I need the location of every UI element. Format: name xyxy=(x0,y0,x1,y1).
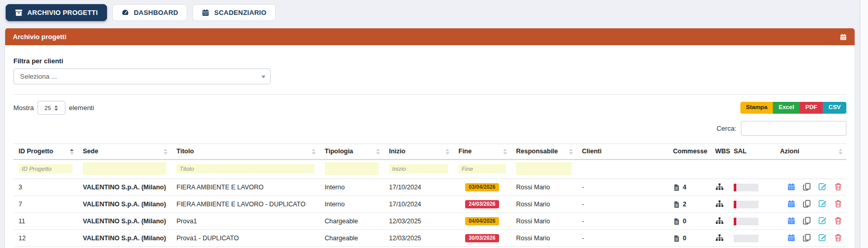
cell-sal xyxy=(729,196,775,213)
filter-input-id[interactable] xyxy=(19,164,73,173)
delete-button[interactable] xyxy=(834,217,842,225)
delete-button[interactable] xyxy=(834,234,842,242)
nav-dashboard-label: DASHBOARD xyxy=(134,9,178,16)
duplicate-button[interactable] xyxy=(803,183,811,191)
sort-icon xyxy=(445,148,450,155)
cell-fine: 03/04/2026 xyxy=(453,179,511,196)
search-control: Cerca: xyxy=(13,121,846,136)
calendar-button[interactable] xyxy=(787,217,795,225)
column-header-wbs: WBS xyxy=(710,144,729,160)
commesse-count: 4 xyxy=(683,184,686,191)
fine-date-badge: 04/04/2026 xyxy=(465,217,499,225)
cell-titolo: FIERA AMBIENTE E LAVORO xyxy=(171,179,320,196)
panel-header: Archivio progetti xyxy=(5,28,855,45)
filter-cell-responsabile xyxy=(511,160,577,179)
column-header-responsabile[interactable]: Responsabile xyxy=(511,144,577,160)
filter-cell-sede xyxy=(78,160,171,179)
table-row: 3VALENTINO S.p.A. (Milano)FIERA AMBIENTE… xyxy=(13,179,846,196)
edit-icon xyxy=(818,182,827,191)
cell-commesse: 0 xyxy=(668,213,710,230)
sal-progress-bar xyxy=(734,184,758,191)
edit-button[interactable] xyxy=(818,233,827,242)
page-length-select[interactable]: 25 xyxy=(38,101,65,115)
cell-sede: VALENTINO S.p.A. (Milano) xyxy=(78,179,171,196)
export-excel-button[interactable]: Excel xyxy=(773,102,800,114)
calendar-button[interactable] xyxy=(787,200,795,208)
nav-archivio-progetti-label: ARCHIVIO PROGETTI xyxy=(27,9,98,16)
trash-icon xyxy=(834,217,842,225)
page-scrollbar[interactable] xyxy=(860,0,868,248)
filter-cell-fine xyxy=(453,160,511,179)
divider xyxy=(13,94,846,95)
column-header-azioni[interactable]: Azioni xyxy=(775,144,846,160)
archivio-progetti-panel: Archivio progetti Filtra per clienti Sel… xyxy=(5,28,855,248)
filter-select-tipologia[interactable] xyxy=(325,162,379,175)
wbs-button[interactable] xyxy=(715,217,724,225)
cell-id: 12 xyxy=(13,230,78,247)
duplicate-button[interactable] xyxy=(803,234,811,242)
sort-icon xyxy=(311,148,316,155)
edit-button[interactable] xyxy=(818,199,827,208)
edit-button[interactable] xyxy=(818,216,827,225)
column-label: Fine xyxy=(458,148,472,155)
sort-icon xyxy=(838,148,843,155)
cell-sede: VALENTINO S.p.A. (Milano) xyxy=(78,196,171,213)
cell-id: 7 xyxy=(13,196,78,213)
cell-clienti: - xyxy=(577,179,668,196)
duplicate-button[interactable] xyxy=(803,200,811,208)
wbs-button[interactable] xyxy=(715,200,724,208)
file-icon xyxy=(673,184,680,191)
nav-scadenziario-label: SCADENZIARIO xyxy=(214,9,266,16)
filter-cell-wbs xyxy=(710,160,729,179)
filter-input-inizio[interactable] xyxy=(389,164,448,173)
export-csv-button[interactable]: CSV xyxy=(823,102,846,114)
projects-table: ID ProgettoSedeTitoloTipologiaInizioFine… xyxy=(13,144,846,248)
duplicate-button[interactable] xyxy=(803,217,811,225)
client-filter-label: Filtra per clienti xyxy=(13,57,846,65)
nav-dashboard-button[interactable]: DASHBOARD xyxy=(112,4,187,21)
filter-input-titolo[interactable] xyxy=(176,164,314,173)
column-header-titolo[interactable]: Titolo xyxy=(171,144,320,160)
delete-button[interactable] xyxy=(834,183,842,191)
commesse-count: 0 xyxy=(683,218,686,225)
export-pdf-button[interactable]: PDF xyxy=(800,102,823,114)
cell-azioni xyxy=(775,179,846,196)
cell-tipologia: Interno xyxy=(320,196,384,213)
calendar-icon xyxy=(840,33,847,41)
search-input[interactable] xyxy=(741,121,846,136)
column-header-id[interactable]: ID Progetto xyxy=(13,144,78,160)
client-filter-select[interactable]: Seleziona ... xyxy=(13,68,271,84)
cell-wbs xyxy=(710,213,729,230)
wbs-button[interactable] xyxy=(715,234,724,242)
cell-sal xyxy=(729,230,775,247)
edit-button[interactable] xyxy=(818,182,827,191)
sitemap-icon xyxy=(715,183,724,191)
column-label: SAL xyxy=(734,148,747,155)
table-row: 7VALENTINO S.p.A. (Milano)FIERA AMBIENTE… xyxy=(13,196,846,213)
nav-archivio-progetti-button[interactable]: ARCHIVIO PROGETTI xyxy=(6,4,107,21)
filter-input-fine[interactable] xyxy=(458,164,506,173)
cell-tipologia: Chargeable xyxy=(320,213,384,230)
column-label: Titolo xyxy=(176,148,194,155)
nav-scadenziario-button[interactable]: SCADENZIARIO xyxy=(192,4,275,21)
calendar-icon xyxy=(787,234,795,242)
cell-commesse: 0 xyxy=(668,230,710,247)
trash-icon xyxy=(834,234,842,242)
column-header-fine[interactable]: Fine xyxy=(453,144,511,160)
calendar-button[interactable] xyxy=(787,234,795,242)
calendar-button[interactable] xyxy=(787,183,795,191)
cell-sal xyxy=(729,179,775,196)
panel-calendar-button[interactable] xyxy=(840,33,847,41)
column-header-sede[interactable]: Sede xyxy=(78,144,171,160)
calendar-icon xyxy=(787,183,795,191)
updown-icon xyxy=(54,105,58,111)
column-header-tipologia[interactable]: Tipologia xyxy=(320,144,384,160)
file-icon xyxy=(673,201,680,208)
wbs-button[interactable] xyxy=(715,183,724,191)
delete-button[interactable] xyxy=(834,200,842,208)
column-header-inizio[interactable]: Inizio xyxy=(384,144,453,160)
cell-commesse: 4 xyxy=(668,179,710,196)
filter-select-sede[interactable] xyxy=(83,162,166,175)
filter-select-responsabile[interactable] xyxy=(516,162,572,175)
export-stampa-button[interactable]: Stampa xyxy=(740,102,773,114)
